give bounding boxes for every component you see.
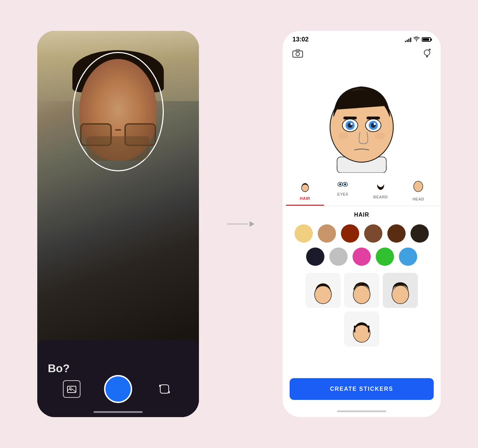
battery-icon xyxy=(422,37,431,42)
camera-panel: Bo? xyxy=(37,31,199,417)
avatar-display xyxy=(283,66,441,178)
color-grid xyxy=(290,224,434,266)
color-swatch-blonde[interactable] xyxy=(295,224,313,243)
svg-point-36 xyxy=(414,181,423,192)
color-swatch-green[interactable] xyxy=(376,248,394,266)
svg-point-28 xyxy=(375,132,385,139)
svg-point-5 xyxy=(424,50,430,55)
eyes-tab-icon xyxy=(337,181,348,190)
svg-rect-41 xyxy=(354,325,355,332)
beard-tab-icon xyxy=(375,181,386,193)
svg-point-27 xyxy=(338,132,349,139)
home-indicator-right xyxy=(283,407,441,417)
color-swatch-auburn[interactable] xyxy=(341,224,359,243)
battery-fill xyxy=(423,38,429,41)
gallery-button[interactable] xyxy=(63,380,80,398)
color-swatch-darkbrown[interactable] xyxy=(387,224,406,243)
color-swatch-blue[interactable] xyxy=(399,248,417,266)
hair-style-4[interactable] xyxy=(344,311,379,347)
hair-style-grid xyxy=(290,273,434,347)
svg-point-3 xyxy=(296,52,299,56)
signal-icon xyxy=(405,37,411,42)
svg-rect-2 xyxy=(293,51,303,57)
arrow-line xyxy=(227,224,248,224)
shutter-button[interactable] xyxy=(104,375,132,403)
eyes-tab-label: EYES xyxy=(337,192,348,196)
status-time: 13:02 xyxy=(292,36,309,43)
status-bar: 13:02 xyxy=(283,31,441,46)
hair-tab-icon xyxy=(299,181,311,194)
tab-eyes[interactable]: EYES xyxy=(324,178,362,206)
beard-area xyxy=(86,136,150,161)
arrow-container xyxy=(227,221,254,227)
camera-background: Bo? xyxy=(37,31,199,417)
camera-icon-button[interactable] xyxy=(292,49,303,60)
svg-rect-42 xyxy=(368,325,369,332)
camera-controls xyxy=(37,361,199,417)
svg-point-22 xyxy=(350,123,353,125)
create-stickers-button[interactable]: CREATE STICKERS xyxy=(290,378,434,400)
color-swatch-brown[interactable] xyxy=(364,224,382,243)
tab-beard[interactable]: BEARD xyxy=(362,178,400,206)
svg-point-39 xyxy=(392,285,409,304)
section-content: HAIR xyxy=(283,206,441,373)
hair-tab-label: HAIR xyxy=(300,196,310,200)
wifi-icon xyxy=(413,37,420,42)
create-button-container: CREATE STICKERS xyxy=(283,373,441,407)
color-swatch-tan[interactable] xyxy=(318,224,336,243)
svg-rect-4 xyxy=(296,50,299,51)
color-swatch-pink[interactable] xyxy=(353,248,371,266)
arrow-head xyxy=(250,221,254,227)
head-tab-label: HEAD xyxy=(413,197,424,201)
direction-arrow xyxy=(227,221,254,227)
flip-camera-button[interactable] xyxy=(156,380,173,398)
top-bar xyxy=(283,46,441,66)
section-title: HAIR xyxy=(290,212,434,218)
home-indicator-left xyxy=(93,411,143,413)
hair-style-2[interactable] xyxy=(344,273,379,308)
avatar-svg xyxy=(316,67,407,173)
avatar-editor-panel: 13:02 xyxy=(283,31,441,417)
svg-point-32 xyxy=(340,184,341,185)
category-tabs: HAIR EYES xyxy=(283,178,441,206)
svg-point-26 xyxy=(374,123,376,125)
color-swatch-dark[interactable] xyxy=(411,224,429,243)
tab-head[interactable]: HEAD xyxy=(400,178,438,206)
hair-style-3[interactable] xyxy=(383,273,418,308)
hair-style-1[interactable] xyxy=(305,273,341,308)
beard-tab-label: BEARD xyxy=(373,195,388,199)
svg-point-38 xyxy=(353,285,370,304)
svg-point-35 xyxy=(344,184,346,185)
tab-hair[interactable]: HAIR xyxy=(286,178,324,206)
color-swatch-gray[interactable] xyxy=(329,248,348,266)
color-swatch-black[interactable] xyxy=(306,248,324,266)
home-bar xyxy=(337,410,386,412)
gender-icon-button[interactable] xyxy=(423,49,431,60)
main-container: Bo? xyxy=(0,0,478,448)
status-icons xyxy=(405,37,431,42)
head-tab-icon xyxy=(413,181,424,195)
